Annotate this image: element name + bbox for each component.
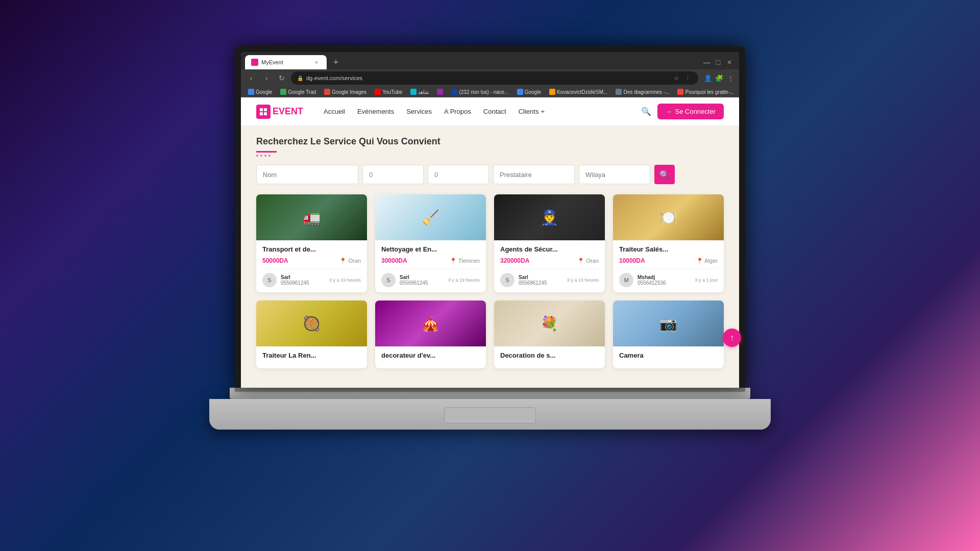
- reload-button[interactable]: ↻: [276, 72, 288, 84]
- forward-button[interactable]: ›: [260, 72, 273, 84]
- bookmark-google-trad[interactable]: Google Trad: [277, 88, 319, 96]
- url-text: dg-event.com/services: [306, 75, 362, 81]
- card-location: 📍 Tlemcen: [450, 258, 480, 264]
- bookmarks-bar: Google Google Trad Google Images YouTube: [241, 87, 739, 97]
- bookmark-label: Google: [256, 89, 272, 95]
- address-bar[interactable]: 🔒 dg-event.com/services ☆ ⋮: [291, 71, 698, 85]
- logo-icon: [256, 105, 271, 119]
- profile-icon[interactable]: 👤: [703, 73, 713, 83]
- card-location: 📍 Oran: [339, 258, 361, 264]
- maximize-button[interactable]: □: [715, 59, 722, 66]
- site-navbar: EVENT Accueil Evénements Services A Prop…: [241, 97, 739, 126]
- provider-phone: 0556961245: [400, 280, 444, 286]
- bookmark-star-icon[interactable]: ☆: [672, 73, 681, 83]
- connect-button[interactable]: → Se Connecter: [657, 104, 724, 119]
- scroll-to-top-button[interactable]: ↑: [723, 329, 739, 347]
- nav-evenements[interactable]: Evénements: [357, 104, 394, 119]
- card-image: 🧹: [375, 194, 486, 240]
- card-price: 50000DA: [262, 257, 288, 264]
- bookmark-diagrammes[interactable]: Des diagrammes -...: [612, 88, 672, 96]
- svg-rect-2: [260, 112, 263, 115]
- google-images-favicon: [324, 89, 330, 95]
- new-tab-button[interactable]: +: [329, 55, 343, 69]
- website-content: EVENT Accueil Evénements Services A Prop…: [241, 97, 739, 388]
- tab-close-button[interactable]: ×: [312, 58, 321, 66]
- laptop-base: [230, 388, 750, 399]
- card-time: Il y a 19 heures: [329, 278, 361, 283]
- nav-accueil[interactable]: Accueil: [324, 104, 345, 119]
- site-logo[interactable]: EVENT: [256, 105, 303, 119]
- card-location: 📍 Oran: [577, 258, 599, 264]
- kovacevict-favicon: [549, 89, 555, 95]
- bookmark-purple[interactable]: [434, 88, 446, 96]
- bookmark-label: Des diagrammes -...: [623, 89, 669, 95]
- card-price: 30000DA: [381, 257, 407, 264]
- nav-clients[interactable]: Clients +: [519, 104, 545, 119]
- provider-phone: 0556961245: [519, 280, 563, 286]
- bookmark-nace[interactable]: (232 non lus) - nace...: [448, 88, 511, 96]
- service-card[interactable]: 💐Decoration de s...: [494, 300, 605, 368]
- extensions-icon[interactable]: ⋮: [683, 73, 692, 83]
- card-title: Traiteur La Ren...: [262, 352, 361, 359]
- bookmark-kovacevict[interactable]: KovacevictDzidiéSM...: [546, 88, 610, 96]
- site-search-icon[interactable]: 🔍: [641, 107, 651, 116]
- card-avatar: S: [262, 273, 277, 287]
- service-card[interactable]: 🧹Nettoyage et En...30000DA📍 TlemcenSSarl…: [375, 194, 486, 292]
- service-card[interactable]: 🎪decorateur d'ev...: [375, 300, 486, 368]
- search-filters: 🔍: [256, 165, 724, 184]
- card-image: 📷: [613, 300, 724, 346]
- bookmark-label: (232 non lus) - nace...: [459, 89, 508, 95]
- gratte-favicon: [677, 89, 683, 95]
- bookmark-google[interactable]: Google: [245, 88, 275, 96]
- search-min-input[interactable]: [362, 165, 424, 184]
- bookmark-label: Pourquoi les gratte-...: [685, 89, 734, 95]
- purple-favicon: [437, 89, 443, 95]
- browser-tab[interactable]: MyEvent ×: [245, 55, 327, 69]
- search-nom-input[interactable]: [256, 165, 358, 184]
- service-card[interactable]: 👮Agents de Sécur...320000DA📍 OranSSarl05…: [494, 194, 605, 292]
- service-card[interactable]: 📷Camera: [613, 300, 724, 368]
- back-button[interactable]: ‹: [245, 72, 257, 84]
- bookmark-shahid[interactable]: شاهد: [407, 88, 432, 96]
- card-avatar: M: [619, 273, 633, 287]
- site-nav: Accueil Evénements Services A Propos Con…: [324, 104, 545, 119]
- search-title: Recherchez Le Service Qui Vous Convient: [256, 136, 724, 147]
- tab-favicon: [251, 59, 258, 66]
- search-submit-button[interactable]: 🔍: [654, 165, 675, 184]
- bookmark-google-images[interactable]: Google Images: [321, 88, 370, 96]
- card-footer: SSarl0556961245Il y a 19 heures: [262, 268, 361, 287]
- extensions-puzzle-icon[interactable]: 🧩: [715, 73, 724, 83]
- search-prestataire-input[interactable]: [493, 165, 575, 184]
- card-title: Decoration de s...: [500, 352, 599, 359]
- card-avatar: S: [381, 273, 396, 287]
- services-grid: 🚛Transport et de...50000DA📍 OranSSarl055…: [256, 194, 724, 368]
- bookmark-label: Google Trad: [288, 89, 316, 95]
- trackpad[interactable]: [444, 407, 536, 423]
- service-card[interactable]: 🥘Traiteur La Ren...: [256, 300, 367, 368]
- search-icon: 🔍: [659, 170, 670, 180]
- search-max-input[interactable]: [428, 165, 489, 184]
- bookmark-youtube[interactable]: YouTube: [372, 88, 405, 96]
- card-time: Il y a 19 heures: [567, 278, 599, 283]
- more-options-icon[interactable]: ⋮: [726, 73, 735, 83]
- nav-apropos[interactable]: A Propos: [444, 104, 471, 119]
- search-wilaya-input[interactable]: [579, 165, 650, 184]
- minimize-button[interactable]: —: [703, 59, 710, 66]
- card-image: 🚛: [256, 194, 367, 240]
- provider-name: Mshadj: [638, 274, 691, 280]
- dot-3: [264, 155, 266, 157]
- card-footer: MMshadj0556412536Il y a 1 jour: [619, 268, 718, 287]
- card-title: decorateur d'ev...: [381, 352, 480, 359]
- nav-contact[interactable]: Contact: [483, 104, 506, 119]
- card-price: 320000DA: [500, 257, 529, 264]
- bookmark-google2[interactable]: Google: [514, 88, 544, 96]
- service-card[interactable]: 🚛Transport et de...50000DA📍 OranSSarl055…: [256, 194, 367, 292]
- diagrammes-favicon: [616, 89, 622, 95]
- close-window-button[interactable]: ×: [726, 59, 733, 66]
- card-time: Il y a 19 heures: [448, 278, 480, 283]
- service-card[interactable]: 🍽️Traiteur Salés...10000DA📍 AlgerMMshadj…: [613, 194, 724, 292]
- svg-rect-0: [260, 108, 263, 111]
- card-title: Nettoyage et En...: [381, 245, 480, 253]
- nav-services[interactable]: Services: [406, 104, 432, 119]
- bookmark-gratte[interactable]: Pourquoi les gratte-...: [674, 88, 737, 96]
